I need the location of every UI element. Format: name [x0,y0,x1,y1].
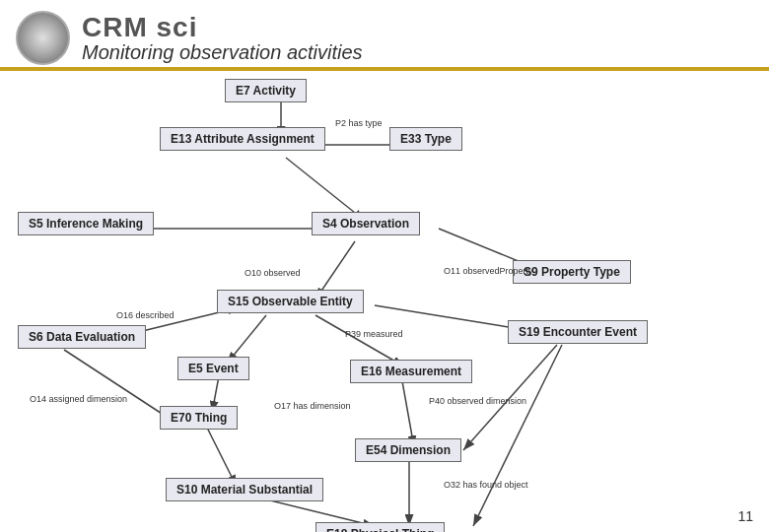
svg-line-11 [375,305,521,329]
node-s5: S5 Inference Making [18,212,154,235]
header: CRM sci Monitoring observation activitie… [0,0,769,71]
node-s15: S15 Observable Entity [217,290,364,313]
svg-line-14 [402,381,414,447]
label-o10: O10 observed [245,268,301,278]
arrows-svg [0,71,769,532]
node-e18: E18 Physical Thing [315,522,445,532]
node-e33: E33 Type [389,127,462,151]
label-o14: O14 assigned dimension [30,394,127,404]
diagram: E7 Activity E13 Attribute Assignment E33… [0,71,769,532]
title-monitoring: Monitoring observation activities [82,41,363,64]
node-s19: S19 Encounter Event [508,320,648,344]
svg-line-19 [473,345,562,526]
node-e13: E13 Attribute Assignment [160,127,325,151]
node-s4: S4 Observation [312,212,420,235]
node-e5: E5 Event [177,357,249,380]
label-p39: P39 measured [345,329,403,339]
header-text: CRM sci Monitoring observation activitie… [82,12,363,64]
node-s6: S6 Data Evaluation [18,325,146,349]
node-s10: S10 Material Substantial [166,478,323,501]
logo [16,11,70,65]
node-e7: E7 Activity [225,79,307,102]
label-p40: P40 observed dimension [429,396,526,406]
label-o32: O32 has found object [444,480,528,490]
label-o11: O11 observedProperty [444,266,533,276]
node-e70: E70 Thing [160,406,238,430]
label-o16: O16 described [116,310,175,320]
node-e16: E16 Measurement [350,360,472,383]
title-crm: CRM sci [82,12,363,43]
svg-line-13 [64,350,173,421]
node-e54: E54 Dimension [355,438,461,462]
label-o17: O17 has dimension [274,401,351,411]
label-p2: P2 has type [335,118,383,128]
